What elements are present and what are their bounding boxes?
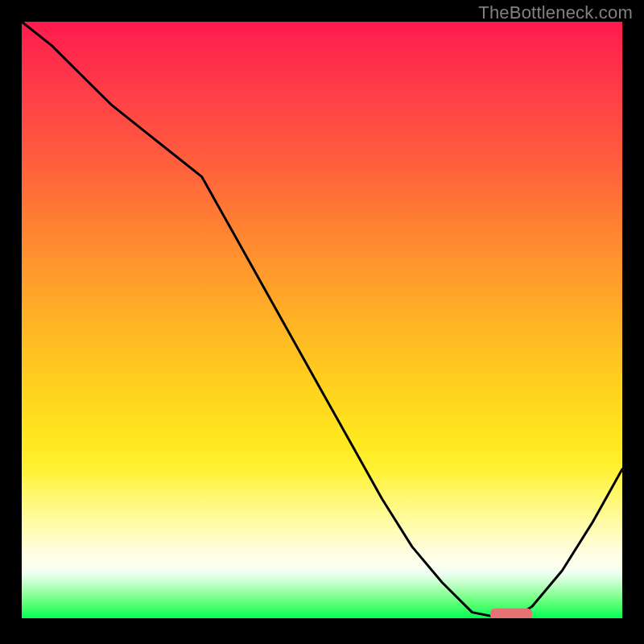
optimal-marker (490, 609, 532, 618)
chart-frame: TheBottleneck.com (0, 0, 644, 644)
watermark-text: TheBottleneck.com (478, 2, 633, 23)
chart-overlay (22, 22, 622, 618)
bottleneck-curve (22, 22, 622, 618)
